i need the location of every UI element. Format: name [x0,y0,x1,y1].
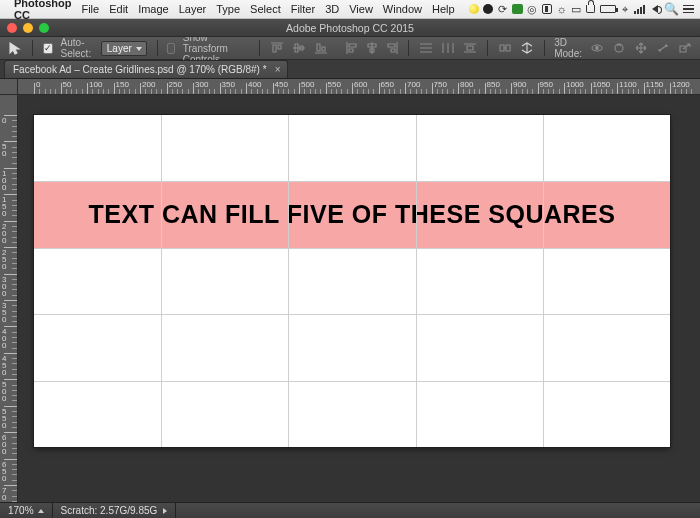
menu-view[interactable]: View [349,3,373,15]
auto-select-target-dropdown[interactable]: Layer [101,41,147,56]
scratch-label: Scratch: 2.57G/9.85G [61,505,158,516]
align-left-edges-icon[interactable] [346,40,358,56]
auto-select-checkbox[interactable]: ✓ [43,43,53,54]
ruler-tick-label: 100 [89,80,102,89]
gridline-vertical [416,115,417,447]
ruler-tick-label: 700 [2,487,12,502]
auto-align-icon[interactable] [498,40,512,56]
ruler-tick-label: 550 [328,80,341,89]
chrome-icon[interactable]: ◎ [527,2,538,16]
ruler-tick-label: 400 [2,328,12,349]
align-vertical-centers-icon[interactable] [292,40,306,56]
menu-select[interactable]: Select [250,3,281,15]
menu-3d[interactable]: 3D [325,3,339,15]
ruler-tick-label: 350 [2,302,12,323]
ruler-tick-label: 900 [513,80,526,89]
app-menu[interactable]: Photoshop CC [14,0,71,21]
ruler-tick-label: 450 [2,355,12,376]
vertical-ruler[interactable]: 0501001502002503003504004505005506006507… [0,95,18,502]
ruler-tick-label: 1100 [619,80,637,89]
ruler-tick-label: 850 [487,80,500,89]
menu-image[interactable]: Image [138,3,169,15]
canvas-viewport[interactable]: TEXT CAN FILL FIVE OF THESE SQUARES [18,95,700,502]
toggle-3d-icon[interactable] [520,40,534,56]
ruler-tick-label: 300 [195,80,208,89]
ruler-tick-label: 0 [2,117,12,124]
battery-icon[interactable] [600,2,616,16]
volume-icon[interactable] [649,2,660,16]
flux-icon[interactable]: ☼ [556,2,567,16]
3d-roll-icon[interactable] [612,40,626,56]
ruler-tick-label: 650 [381,80,394,89]
status-icon[interactable]: ⟳ [498,2,509,16]
status-bar: 170% Scratch: 2.57G/9.85G [0,502,700,518]
ruler-tick-label: 150 [116,80,129,89]
highlighted-grid-row: TEXT CAN FILL FIVE OF THESE SQUARES [34,181,670,247]
align-horizontal-centers-icon[interactable] [366,40,378,56]
align-bottom-edges-icon[interactable] [314,40,328,56]
document-tab-label: Facebook Ad – Create Gridlines.psd @ 170… [13,64,267,75]
ruler-tick-label: 400 [248,80,261,89]
ruler-tick-label: 600 [354,80,367,89]
gridline-vertical [543,115,544,447]
spotlight-icon[interactable]: 🔍 [664,2,679,16]
move-tool-icon[interactable] [8,40,22,56]
status-icon[interactable] [483,2,494,16]
menu-file[interactable]: File [81,3,99,15]
dropbox-icon[interactable] [542,2,553,16]
distribute-vcenter-icon[interactable] [441,40,455,56]
evernote-icon[interactable] [512,2,523,16]
mode-3d-label: 3D Mode: [554,37,582,59]
auto-select-label: Auto-Select: [61,37,93,59]
ruler-tick-label: 650 [2,461,12,482]
menu-edit[interactable]: Edit [109,3,128,15]
chevron-right-icon [163,508,167,514]
3d-slide-icon[interactable] [656,40,670,56]
ruler-tick-label: 250 [169,80,182,89]
status-info[interactable]: Scratch: 2.57G/9.85G [53,503,177,518]
options-bar: ✓ Auto-Select: Layer Show Transform Cont… [0,37,700,60]
ruler-tick-label: 50 [2,143,12,157]
menu-layer[interactable]: Layer [179,3,207,15]
macos-menubar: Photoshop CC File Edit Image Layer Type … [0,0,700,19]
ruler-tick-label: 50 [63,80,72,89]
zoom-level[interactable]: 170% [0,503,53,518]
ruler-tick-label: 500 [301,80,314,89]
align-right-edges-icon[interactable] [386,40,398,56]
3d-scale-icon[interactable] [678,40,692,56]
canvas-text: TEXT CAN FILL FIVE OF THESE SQUARES [89,200,616,229]
menu-window[interactable]: Window [383,3,422,15]
ruler-tick-label: 1150 [646,80,664,89]
close-tab-icon[interactable]: × [275,64,281,75]
show-transform-checkbox[interactable] [167,43,174,54]
menu-type[interactable]: Type [216,3,240,15]
ruler-tick-label: 200 [142,80,155,89]
horizontal-ruler[interactable]: 0501001502002503003504004505005506006507… [18,79,700,95]
align-top-edges-icon[interactable] [270,40,284,56]
document-tab[interactable]: Facebook Ad – Create Gridlines.psd @ 170… [4,60,288,78]
document-tab-strip: Facebook Ad – Create Gridlines.psd @ 170… [0,60,700,79]
lock-icon[interactable] [585,2,596,16]
menu-filter[interactable]: Filter [291,3,315,15]
canvas[interactable]: TEXT CAN FILL FIVE OF THESE SQUARES [34,115,670,447]
ruler-tick-label: 1200 [672,80,690,89]
ruler-origin[interactable] [0,79,18,95]
display-icon[interactable]: ▭ [571,2,582,16]
3d-orbit-icon[interactable] [590,40,604,56]
status-icon[interactable] [469,2,480,16]
distribute-top-icon[interactable] [419,40,433,56]
bluetooth-icon[interactable]: ⌖ [620,2,631,16]
ruler-tick-label: 500 [2,381,12,402]
ruler-tick-label: 950 [540,80,553,89]
menu-help[interactable]: Help [432,3,455,15]
gridline-vertical [288,115,289,447]
ruler-tick-label: 1000 [566,80,584,89]
ruler-tick-label: 300 [2,276,12,297]
distribute-bottom-icon[interactable] [463,40,477,56]
ruler-tick-label: 150 [2,196,12,217]
notification-center-icon[interactable] [683,2,694,16]
ruler-tick-label: 200 [2,223,12,244]
wifi-icon[interactable] [634,2,645,16]
svg-point-1 [596,47,599,50]
3d-pan-icon[interactable] [634,40,648,56]
